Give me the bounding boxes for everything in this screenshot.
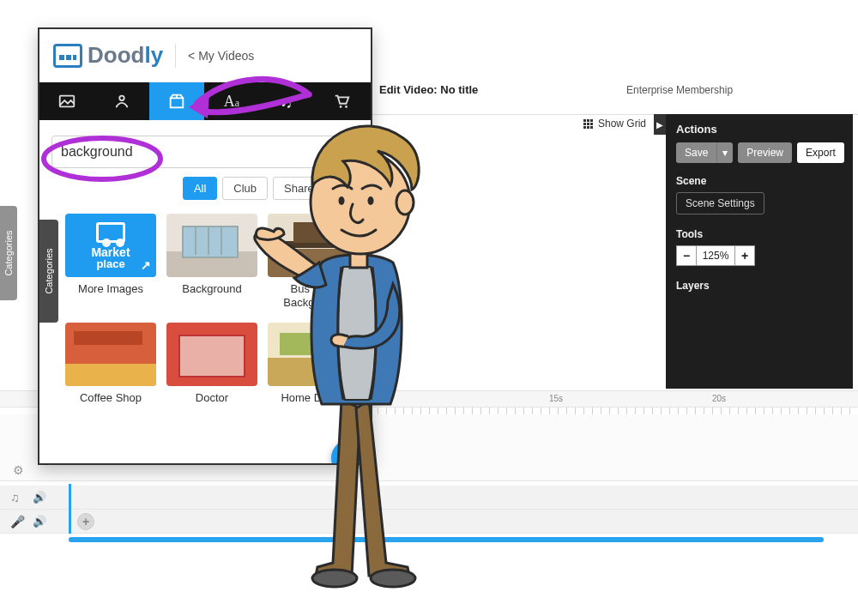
timeline-scrollbar[interactable] [69, 537, 824, 542]
doodly-logo[interactable]: Doodly [53, 42, 163, 69]
export-button[interactable]: Export [797, 142, 844, 163]
timeline-settings-icon[interactable]: ⚙ [13, 463, 27, 477]
canvas-area[interactable] [369, 137, 665, 377]
home-dining-thumb [268, 323, 359, 386]
tile-doctor[interactable]: Doctor [166, 323, 257, 405]
logo-mark-icon [53, 44, 82, 68]
zoom-in-button[interactable]: + [734, 245, 755, 266]
tab-props[interactable] [149, 82, 204, 120]
marketplace-text-2: place [96, 258, 124, 269]
tile-label: Background [182, 282, 241, 296]
show-grid-label: Show Grid [598, 118, 646, 130]
music-icon: ♫ [281, 92, 293, 112]
svg-point-4 [340, 106, 342, 108]
filter-club[interactable]: Club [222, 177, 268, 200]
tools-section-title: Tools [676, 228, 843, 240]
assets-popup-panel: Doodly < My Videos Aa ♫ ✕ All Club [38, 27, 372, 465]
layers-section-title: Layers [676, 280, 843, 292]
svg-rect-2 [171, 98, 184, 107]
tile-label: Coffee Shop [80, 391, 142, 405]
coffee-shop-thumb [65, 323, 156, 386]
tile-label: Bus Stop Background [268, 282, 359, 309]
right-actions-panel: ▶ Actions Save ▾ Preview Export Scene Sc… [666, 114, 853, 389]
categories-label: Categories [44, 248, 54, 293]
doctor-thumb [166, 323, 257, 386]
tile-more-images[interactable]: Market place ↗ More Images [65, 214, 156, 309]
box-icon [167, 92, 186, 111]
filter-row: All Club Shared [39, 177, 371, 210]
music-note-icon: ♫ [10, 491, 24, 504]
tab-characters[interactable] [94, 82, 149, 120]
svg-point-5 [345, 106, 347, 108]
tile-label: Home Dining [281, 391, 345, 405]
asset-grid: Market place ↗ More Images Background Bu… [39, 210, 371, 414]
microphone-icon: 🎤 [10, 515, 24, 528]
zoom-value: 125% [697, 245, 734, 266]
timeline-mark-20s: 20s [712, 394, 726, 403]
categories-side-tab[interactable]: Categories [39, 220, 58, 323]
zoom-out-button[interactable]: − [676, 245, 697, 266]
person-icon [112, 92, 131, 111]
search-box[interactable]: ✕ [51, 136, 359, 168]
search-input[interactable] [61, 144, 334, 160]
image-icon [57, 92, 76, 111]
logo-text: Doodly [88, 42, 163, 69]
tab-marketplace[interactable] [314, 82, 369, 120]
header-divider [175, 44, 176, 68]
tile-coffee-shop[interactable]: Coffee Shop [65, 323, 156, 405]
text-icon: Aa [224, 93, 239, 111]
collapse-panel-button[interactable]: ▶ [654, 114, 666, 135]
zoom-control: − 125% + [676, 245, 843, 266]
voice-track[interactable]: 🎤 🔊 [0, 510, 858, 534]
arrow-up-right-icon: ↗ [141, 258, 151, 272]
tab-scenes[interactable] [39, 82, 94, 120]
edit-video-title: Edit Video: No title [379, 83, 478, 96]
preview-button[interactable]: Preview [738, 142, 792, 163]
back-to-videos-link[interactable]: < My Videos [188, 49, 254, 63]
tile-home-dining[interactable]: Home Dining [268, 323, 359, 405]
save-button[interactable]: Save [676, 142, 716, 163]
music-volume-icon[interactable]: 🔊 [33, 491, 46, 504]
search-row: ✕ [39, 120, 371, 177]
tile-label: More Images [78, 282, 143, 296]
music-track[interactable]: ♫ 🔊 [0, 486, 858, 510]
membership-label: Enterprise Membership [626, 84, 733, 96]
svg-point-1 [119, 96, 124, 101]
tile-bus-stop-background[interactable]: Bus Stop Background [268, 214, 359, 309]
actions-title: Actions [676, 123, 843, 136]
tab-text[interactable]: Aa [204, 82, 259, 120]
timeline-mark-15s: 15s [549, 394, 563, 403]
color-filter-button[interactable] [336, 178, 359, 200]
filter-all[interactable]: All [183, 177, 217, 200]
marketplace-text-1: Market [91, 246, 130, 258]
voice-volume-icon[interactable]: 🔊 [33, 515, 46, 528]
add-audio-button[interactable]: + [77, 513, 94, 530]
asset-category-tabs: Aa ♫ [39, 82, 371, 120]
cart-icon [332, 92, 351, 111]
show-grid-toggle[interactable]: Show Grid [583, 118, 646, 130]
tab-sounds[interactable]: ♫ [259, 82, 314, 120]
plus-icon: + [343, 445, 356, 466]
filter-shared[interactable]: Shared [273, 177, 331, 200]
clear-search-button[interactable]: ✕ [334, 144, 349, 160]
add-asset-fab[interactable]: + [331, 439, 369, 465]
tile-background[interactable]: Background [166, 214, 257, 309]
cart-outline-icon [96, 222, 125, 243]
svg-point-8 [312, 570, 357, 587]
tile-label: Doctor [196, 391, 228, 405]
popup-header: Doodly < My Videos [39, 29, 371, 82]
scene-settings-button[interactable]: Scene Settings [676, 192, 764, 214]
grid-icon [583, 119, 593, 129]
svg-point-9 [371, 570, 415, 587]
save-dropdown[interactable]: ▾ [716, 142, 733, 163]
background-thumb [166, 214, 257, 277]
timeline-playhead[interactable] [69, 484, 71, 534]
bus-stop-thumb [268, 214, 359, 277]
marketplace-thumb: Market place ↗ [65, 214, 156, 277]
scene-section-title: Scene [676, 175, 843, 187]
categories-tab-ghost: Categories [0, 206, 17, 300]
